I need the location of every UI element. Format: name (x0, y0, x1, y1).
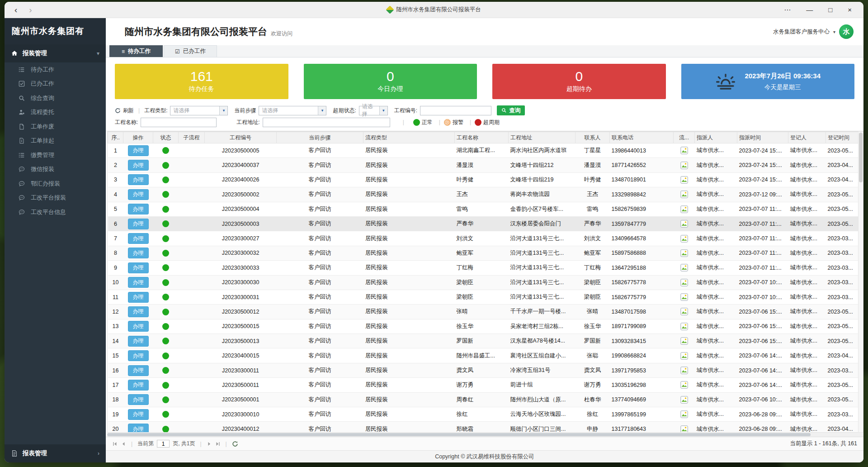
query-button[interactable]: 查询 (497, 105, 525, 115)
first-page-icon[interactable] (112, 441, 118, 447)
flow-chart-icon[interactable] (680, 264, 688, 272)
more-menu-icon[interactable]: ⋯ (784, 6, 791, 13)
sidebar-item[interactable]: 综合查询 (5, 91, 106, 105)
table-row[interactable]: 18办理J20230500001客户回访居民报装周春红随州市烈山大道（原...杜… (108, 392, 859, 407)
sidebar-item[interactable]: 已办工作 (5, 77, 106, 91)
column-header-assign_time[interactable]: 指派时间 (737, 132, 788, 143)
flow-chart-icon[interactable] (680, 410, 688, 418)
user-center-menu[interactable]: 水务集团客户服务中心 (773, 28, 830, 36)
column-header-code[interactable]: 工程编号 (205, 132, 277, 143)
table-row[interactable]: 7办理J20230300027客户回访居民报装刘洪文沿河大道131号三七...刘… (108, 231, 859, 246)
flow-chart-icon[interactable] (680, 147, 688, 154)
prev-page-icon[interactable] (121, 441, 126, 447)
column-header-phone[interactable]: 联系电话 (610, 132, 674, 143)
table-row[interactable]: 13办理J20230500015客户回访居民报装徐玉华吴家老湾村三组2栋...徐… (108, 319, 859, 334)
sidebar-item[interactable]: 缴费管理 (5, 148, 106, 162)
table-row[interactable]: 5办理J20230500004客户回访居民报装雷鸣金香韵小区7号楼车...雷鸣1… (108, 202, 859, 216)
handle-button[interactable]: 办理 (128, 174, 149, 185)
card-pending-tasks[interactable]: 161 待办任务 (115, 64, 288, 99)
flow-chart-icon[interactable] (680, 367, 688, 374)
sidebar-item[interactable]: 工改平台信息 (5, 205, 106, 219)
handle-button[interactable]: 办理 (128, 321, 149, 332)
flow-chart-icon[interactable] (680, 162, 688, 169)
avatar[interactable]: 水 (839, 24, 854, 39)
handle-button[interactable]: 办理 (128, 409, 149, 420)
handle-button[interactable]: 办理 (128, 380, 149, 391)
column-header-status[interactable]: 状态 (153, 132, 179, 143)
page-number-input[interactable] (157, 440, 170, 448)
flow-chart-icon[interactable] (680, 249, 688, 257)
column-header-assignee[interactable]: 指派人 (695, 132, 737, 143)
close-icon[interactable]: × (848, 6, 852, 13)
table-row[interactable]: 19办理J20230300010客户回访居民报装徐红云海天地小区玫瑰园...徐红… (108, 407, 859, 422)
flow-chart-icon[interactable] (680, 396, 688, 404)
sidebar-item[interactable]: 流程委托 (5, 105, 106, 120)
flow-chart-icon[interactable] (680, 352, 688, 360)
sidebar-item[interactable]: 工单作废 (5, 119, 106, 134)
vertical-scrollbar-thumb[interactable] (859, 133, 863, 182)
table-row[interactable]: 10办理J20230300030客户回访居民报装梁朝臣沿河大道131号三七...… (108, 275, 859, 290)
flow-chart-icon[interactable] (680, 293, 688, 301)
column-header-addr[interactable]: 工程地址 (509, 132, 576, 143)
minimize-icon[interactable]: — (806, 6, 813, 13)
addr-input[interactable] (263, 118, 390, 127)
flow-chart-icon[interactable] (680, 381, 688, 389)
vertical-scrollbar[interactable] (858, 131, 863, 433)
tab-done-work[interactable]: ☑ 已办工作 (164, 45, 217, 57)
handle-button[interactable]: 办理 (128, 336, 149, 347)
flow-chart-icon[interactable] (680, 425, 688, 433)
handle-button[interactable]: 办理 (128, 394, 149, 405)
code-input[interactable] (420, 106, 491, 115)
handle-button[interactable]: 办理 (128, 262, 149, 273)
card-overdue[interactable]: 0 超期待办 (492, 64, 666, 99)
type-select[interactable]: 请选择 ▾ (170, 106, 228, 115)
sidebar-section-reports[interactable]: 报表管理 › (5, 444, 106, 462)
next-page-icon[interactable] (207, 441, 212, 447)
tab-pending-work[interactable]: ≡ 待办工作 (109, 45, 163, 57)
column-header-step[interactable]: 当前步骤 (277, 132, 363, 143)
flow-chart-icon[interactable] (680, 191, 688, 198)
sidebar-item[interactable]: 工改平台报装 (5, 191, 106, 205)
handle-button[interactable]: 办理 (128, 219, 149, 229)
column-header-action[interactable]: 操作 (123, 132, 153, 143)
column-header-name[interactable]: 工程名称 (455, 132, 509, 143)
handle-button[interactable]: 办理 (128, 292, 149, 303)
table-row[interactable]: 20办理J20230400012客户回访居民报装郑晓霜顺德门小区门口三间...申… (108, 422, 859, 433)
handle-button[interactable]: 办理 (128, 160, 149, 171)
handle-button[interactable]: 办理 (128, 365, 149, 376)
handle-button[interactable]: 办理 (128, 424, 149, 433)
flow-chart-icon[interactable] (680, 323, 688, 330)
table-row[interactable]: 14办理J20230500013客户回访居民报装罗国新汉东星都A78号楼14..… (108, 334, 859, 348)
column-header-flow[interactable]: 流... (674, 132, 695, 143)
handle-button[interactable]: 办理 (128, 306, 149, 317)
handle-button[interactable]: 办理 (128, 248, 149, 258)
table-row[interactable]: 2办理J20230400037客户回访居民报装潘显漠文峰塔十四组212潘显漠18… (108, 158, 859, 172)
flow-chart-icon[interactable] (680, 235, 688, 243)
refresh-button[interactable]: 刷新 (115, 107, 134, 114)
sidebar-item[interactable]: 工单挂起 (5, 134, 106, 148)
handle-button[interactable]: 办理 (128, 145, 149, 156)
last-page-icon[interactable] (215, 441, 221, 447)
table-row[interactable]: 4办理J20230500002客户回访居民报装王杰蒋岗丰农物流园王杰133298… (108, 187, 859, 202)
forward-icon[interactable]: › (29, 5, 32, 14)
table-row[interactable]: 15办理J20230400015客户回访居民报装随州市昌盛工...襄湾社区五组自… (108, 348, 859, 363)
name-input[interactable] (141, 118, 217, 127)
sidebar-section-baozhuang[interactable]: 报装管理 ▾ (5, 44, 106, 62)
flow-chart-icon[interactable] (680, 308, 688, 315)
maximize-icon[interactable]: □ (828, 6, 832, 13)
table-row[interactable]: 12办理J20230500012客户回访居民报装张晴千千水岸一期一号楼...张晴… (108, 305, 859, 319)
table-row[interactable]: 9办理J20230300033客户回访居民报装丁红梅沿河大道131号三七...丁… (108, 261, 859, 275)
back-icon[interactable]: ‹ (14, 5, 17, 14)
step-select[interactable]: 请选择 ▾ (259, 106, 326, 115)
flow-chart-icon[interactable] (680, 176, 688, 184)
reload-grid-icon[interactable] (232, 441, 238, 447)
table-row[interactable]: 3办理J20230400026客户回访居民报装叶秀健文峰塔十四组219叶秀健13… (108, 172, 859, 187)
sidebar-item[interactable]: 鄂汇办报装 (5, 176, 106, 191)
flow-chart-icon[interactable] (680, 220, 688, 228)
handle-button[interactable]: 办理 (128, 233, 149, 244)
table-row[interactable]: 11办理J20230300031客户回访居民报装梁朝臣沿河大道131号三七...… (108, 290, 859, 304)
sidebar-item[interactable]: 微信报装 (5, 162, 106, 177)
horizontal-scrollbar[interactable] (107, 433, 863, 437)
handle-button[interactable]: 办理 (128, 189, 149, 200)
table-row[interactable]: 16办理J20230300011客户回访居民报装龚文凤冷家湾五组31号龚文凤13… (108, 363, 859, 377)
